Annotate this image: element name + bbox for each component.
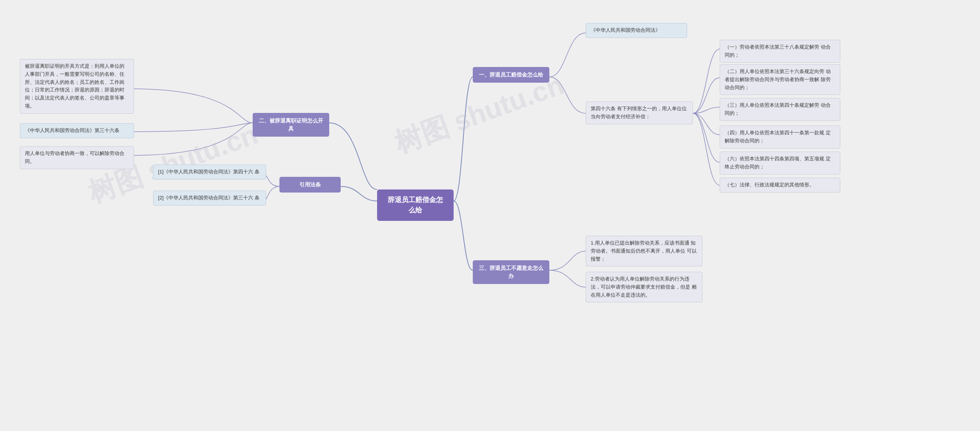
mindmap-container: 树图 shutu.cn 树图 shutu.cn 辞退员工赔偿金怎么给 一、辞退员… [0, 0, 980, 431]
branch-1-node: 一、辞退员工赔偿金怎么给 [473, 67, 549, 83]
b4-text2: 2.劳动者认为用人单位解除劳动关系的行为违 法，可以申请劳动仲裁要求支付赔偿金，… [586, 272, 702, 302]
b1-sub2: （二）用人单位依照本法第三十六条规定向劳 动者提出解除劳动合同并与劳动者协商一致… [720, 64, 840, 95]
b2-law: 《中华人民共和国劳动合同法》第三十六条 [20, 123, 134, 138]
b1-sub4: （四）用人单位依照本法第四十一条第一款规 定解除劳动合同的； [720, 126, 840, 149]
b1-sub1: （一）劳动者依照本法第三十八条规定解劳 动合同的； [720, 40, 840, 63]
b2-text: 用人单位与劳动者协商一致，可以解除劳动合 同。 [20, 146, 134, 169]
b4-text1: 1.用人单位已提出解除劳动关系，应该书面通 知劳动者。书面通知后仍然不离开，用人… [586, 236, 702, 266]
b1-law-title: 《中华人民共和国劳动合同法》 [586, 23, 687, 38]
b1-sub5: （六）依照本法第四十四条第四项、第五项规 定终止劳动合同的； [720, 152, 840, 175]
branch-3-node: 引用法条 [279, 177, 341, 193]
b3-law1: [1]《中华人民共和国劳动合同法》第四十六 条 [153, 165, 266, 180]
b2-intro: 被辞退离职证明的开具方式是：到用人单位的 人事部门开具，一般需要写明公司的名称、… [20, 59, 134, 114]
center-node: 辞退员工赔偿金怎么给 [377, 189, 454, 221]
b1-article46: 第四十六条 有下列情形之一的，用人单位位 当向劳动者支付经济补偿： [586, 101, 693, 124]
branch-2-node: 二、被辞退离职证明怎么开具 [253, 113, 329, 137]
b1-sub3: （三）用人单位依照本法第四十条规定解劳 动合同的； [720, 98, 840, 121]
b3-law2: [2]《中华人民共和国劳动合同法》第三十六 条 [153, 191, 266, 206]
b1-sub6: （七）法律、行政法规规定的其他情形。 [720, 178, 840, 193]
branch-4-node: 三、辞退员工不愿意走怎么办 [473, 260, 549, 284]
